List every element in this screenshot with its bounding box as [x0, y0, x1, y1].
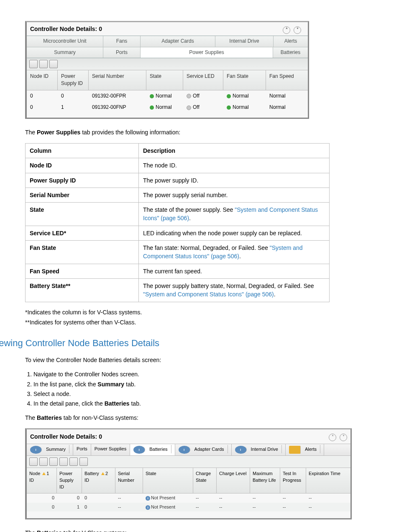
- th-column: Column: [26, 143, 139, 158]
- col-state[interactable]: State: [143, 468, 193, 493]
- info-icon: i: [146, 496, 150, 501]
- tab-power-supplies[interactable]: Power Supplies: [91, 444, 130, 455]
- toolbar-icon[interactable]: [39, 60, 48, 68]
- section-heading: Viewing Controller Node Batteries Detail…: [0, 337, 374, 350]
- toolbar-icon[interactable]: [29, 60, 38, 68]
- col-ps-id[interactable]: Power Supply ID: [58, 70, 89, 90]
- vclass-intro: The Batteries tab for V-Class systems:: [25, 529, 374, 532]
- power-supplies-panel: Controller Node Details: 0 ˄ ˅ Microcont…: [25, 21, 309, 119]
- footnote-2: **Indicates for systems other than V-Cla…: [25, 318, 374, 326]
- tab-adapter-cards[interactable]: iAdapter Cards: [175, 444, 232, 455]
- led-off-icon: [187, 94, 191, 98]
- tab-alerts[interactable]: Alerts: [286, 444, 324, 455]
- col-node-id[interactable]: Node ID: [27, 70, 58, 90]
- table-row: Node IDThe node ID.: [26, 158, 330, 173]
- table-row: Battery State**The power supply battery …: [26, 278, 330, 302]
- info-icon: i: [235, 446, 247, 454]
- tab-ports[interactable]: Ports: [73, 444, 91, 455]
- col-ps-id[interactable]: PowerSupply ID: [57, 468, 82, 493]
- tab-internal-drive[interactable]: Internal Drive: [215, 36, 274, 46]
- toolbar: [27, 456, 350, 468]
- th-description: Description: [139, 143, 330, 158]
- tab-ports[interactable]: Ports: [103, 47, 141, 58]
- table-row: Fan SpeedThe current fan speed.: [26, 264, 330, 278]
- toolbar-icon[interactable]: [49, 60, 58, 68]
- list-item: In the list pane, click the Summary tab.: [33, 380, 374, 388]
- table-row: StateThe state of the power supply. See …: [26, 203, 330, 226]
- ps-table-header: Node ID Power Supply ID Serial Number St…: [27, 70, 308, 90]
- sort-icon: [42, 472, 46, 475]
- col-serial[interactable]: Serial Number: [89, 70, 146, 90]
- list-item: In the detail pane, click the Batteries …: [33, 399, 374, 408]
- toolbar-icon[interactable]: [39, 457, 48, 466]
- status-dot-icon: [227, 94, 231, 98]
- tab-adapter-cards[interactable]: Adapter Cards: [141, 36, 215, 46]
- col-max-life[interactable]: MaximumBattery Life: [250, 468, 280, 493]
- led-off-icon: [187, 105, 191, 110]
- section-intro: To view the Controller Node Batteries de…: [25, 356, 374, 364]
- col-service-led[interactable]: Service LED: [183, 70, 223, 90]
- status-dot-icon: [227, 105, 231, 110]
- footnote-1: *Indicates the column is for V-Class sys…: [25, 308, 374, 316]
- info-icon: i: [30, 446, 42, 454]
- col-serial[interactable]: SerialNumber: [115, 468, 143, 493]
- tab-summary[interactable]: iSummary: [27, 444, 73, 455]
- col-charge-level[interactable]: Charge Level: [217, 468, 250, 493]
- batteries-table-header: Node 1ID PowerSupply ID Battery 2ID Seri…: [27, 468, 350, 493]
- col-fan-speed[interactable]: Fan Speed: [266, 70, 308, 90]
- tab-batteries[interactable]: iBatteries: [130, 444, 175, 455]
- col-charge-state[interactable]: ChargeState: [193, 468, 217, 493]
- collapse-down-icon[interactable]: ˅: [340, 434, 347, 441]
- batteries-intro: The Batteries tab for non-V-Class system…: [25, 414, 374, 422]
- table-row[interactable]: 0 0 091392-00FPR Normal Off Normal Norma…: [27, 90, 308, 102]
- info-icon: i: [146, 505, 150, 510]
- table-row: Serial NumberThe power supply serial num…: [26, 188, 330, 202]
- steps-list: Navigate to the Controller Nodes screen.…: [33, 370, 374, 408]
- tab-microcontroller[interactable]: Microcontroller Unit: [27, 36, 103, 46]
- status-dot-icon: [150, 94, 154, 98]
- collapse-up-icon[interactable]: ˄: [283, 26, 290, 34]
- intro-text: The Power Supplies tab provides the foll…: [25, 128, 374, 136]
- batteries-panel: Controller Node Details: 0 ˄ ˅ iSummary …: [25, 428, 352, 520]
- sort-icon: [101, 472, 105, 475]
- table-row: Fan StateThe fan state: Normal, Degraded…: [26, 241, 330, 264]
- table-row[interactable]: 0 1 0 -- iNot Present -- -- -- -- --: [27, 503, 350, 512]
- tab-fans[interactable]: Fans: [103, 36, 141, 46]
- toolbar-icon[interactable]: [69, 457, 78, 466]
- tab-power-supplies[interactable]: Power Supplies: [141, 47, 273, 58]
- toolbar-icon[interactable]: [79, 457, 88, 466]
- alert-icon: [289, 446, 301, 454]
- table-row: Power Supply IDThe power supply ID.: [26, 173, 330, 188]
- link-status-icons[interactable]: "System and Component Status Icons" (pag…: [143, 291, 274, 298]
- list-item: Select a node.: [33, 390, 374, 398]
- col-test-in-progress[interactable]: Test InProgress: [280, 468, 306, 493]
- list-item: Navigate to the Controller Nodes screen.: [33, 370, 374, 378]
- col-fan-state[interactable]: Fan State: [223, 70, 266, 90]
- toolbar-icon[interactable]: [49, 457, 58, 466]
- table-row: Service LED*LED indicating when the node…: [26, 226, 330, 240]
- col-battery-id[interactable]: Battery 2ID: [82, 468, 115, 493]
- col-state[interactable]: State: [146, 70, 183, 90]
- status-dot-icon: [150, 105, 154, 110]
- info-icon: i: [133, 446, 145, 454]
- panel-title: Controller Node Details: 0: [30, 432, 102, 441]
- tab-bar: iSummary Ports Power Supplies iBatteries…: [27, 444, 350, 456]
- tab-internal-drive[interactable]: iInternal Drive: [232, 444, 286, 455]
- toolbar-icon[interactable]: [29, 457, 38, 466]
- tab-batteries[interactable]: Batteries: [273, 47, 308, 58]
- panel-title: Controller Node Details: 0: [30, 26, 102, 32]
- tab-alerts[interactable]: Alerts: [274, 36, 308, 46]
- toolbar-icon[interactable]: [59, 457, 68, 466]
- table-row[interactable]: 0 1 091392-00FNP Normal Off Normal Norma…: [27, 102, 308, 113]
- collapse-up-icon[interactable]: ˄: [329, 434, 336, 441]
- col-node-id[interactable]: Node 1ID: [27, 468, 57, 493]
- collapse-down-icon[interactable]: ˅: [294, 26, 301, 34]
- column-description-table: Column Description Node IDThe node ID. P…: [25, 143, 330, 302]
- info-icon: i: [179, 446, 190, 454]
- toolbar: [27, 58, 308, 70]
- tab-summary[interactable]: Summary: [27, 47, 103, 58]
- table-row[interactable]: 0 0 0 -- iNot Present -- -- -- -- --: [27, 493, 350, 503]
- col-expiration[interactable]: Expiration Time: [306, 468, 350, 493]
